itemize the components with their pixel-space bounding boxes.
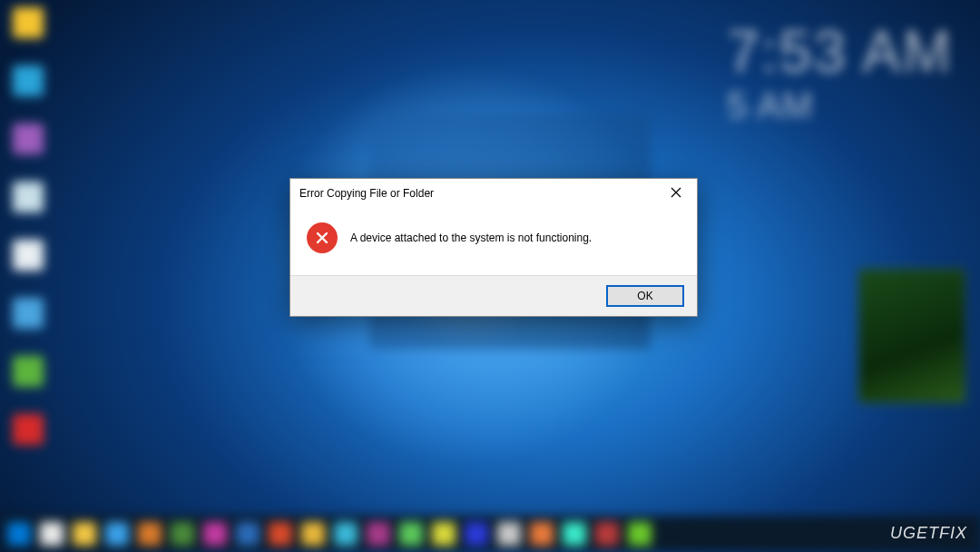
taskbar-icon[interactable] bbox=[530, 522, 554, 546]
taskbar-icon[interactable] bbox=[7, 522, 31, 546]
desktop-icon[interactable] bbox=[13, 182, 44, 212]
taskbar-icon[interactable] bbox=[432, 522, 456, 546]
taskbar-icon[interactable] bbox=[628, 522, 652, 546]
taskbar-icon[interactable] bbox=[334, 522, 358, 546]
taskbar-icon[interactable] bbox=[269, 522, 292, 546]
clock-time-primary: 7:53 AM bbox=[727, 18, 953, 85]
desktop-icon[interactable] bbox=[13, 414, 44, 445]
taskbar-icon[interactable] bbox=[563, 522, 586, 546]
desktop-icon[interactable] bbox=[13, 123, 44, 154]
taskbar-icon[interactable] bbox=[171, 522, 194, 546]
taskbar-icon[interactable] bbox=[138, 522, 162, 546]
taskbar-icon[interactable] bbox=[301, 522, 325, 546]
clock-widget: 7:53 AM 5 AM bbox=[727, 18, 953, 126]
taskbar-icon[interactable] bbox=[236, 522, 260, 546]
taskbar-icon[interactable] bbox=[105, 522, 129, 546]
desktop-icon[interactable] bbox=[13, 298, 44, 329]
taskbar[interactable] bbox=[0, 516, 980, 552]
desktop-icon[interactable] bbox=[13, 240, 44, 271]
taskbar-icon[interactable] bbox=[465, 522, 488, 546]
taskbar-icon[interactable] bbox=[73, 522, 96, 546]
taskbar-icon[interactable] bbox=[40, 522, 64, 546]
dialog-message: A device attached to the system is not f… bbox=[350, 232, 592, 244]
desktop-icons-column bbox=[13, 7, 44, 445]
dialog-title: Error Copying File or Folder bbox=[299, 187, 434, 200]
weather-widget[interactable] bbox=[858, 269, 965, 403]
watermark-text: UGETFIX bbox=[890, 524, 967, 543]
ok-button[interactable]: OK bbox=[606, 285, 684, 307]
taskbar-icon[interactable] bbox=[497, 522, 521, 546]
taskbar-icon[interactable] bbox=[203, 522, 227, 546]
taskbar-icon[interactable] bbox=[595, 522, 619, 546]
dialog-footer: OK bbox=[290, 275, 697, 316]
taskbar-icon[interactable] bbox=[399, 522, 423, 546]
desktop-icon[interactable] bbox=[13, 7, 44, 38]
dialog-body: A device attached to the system is not f… bbox=[290, 208, 697, 275]
desktop-icon[interactable] bbox=[13, 356, 44, 387]
error-dialog: Error Copying File or Folder A device at… bbox=[289, 178, 698, 317]
taskbar-icon[interactable] bbox=[367, 522, 390, 546]
error-icon bbox=[307, 222, 338, 253]
clock-time-secondary: 5 AM bbox=[727, 85, 953, 126]
dialog-titlebar[interactable]: Error Copying File or Folder bbox=[290, 179, 697, 208]
close-button[interactable] bbox=[657, 181, 695, 206]
close-icon bbox=[671, 187, 681, 201]
desktop-icon[interactable] bbox=[13, 65, 44, 96]
